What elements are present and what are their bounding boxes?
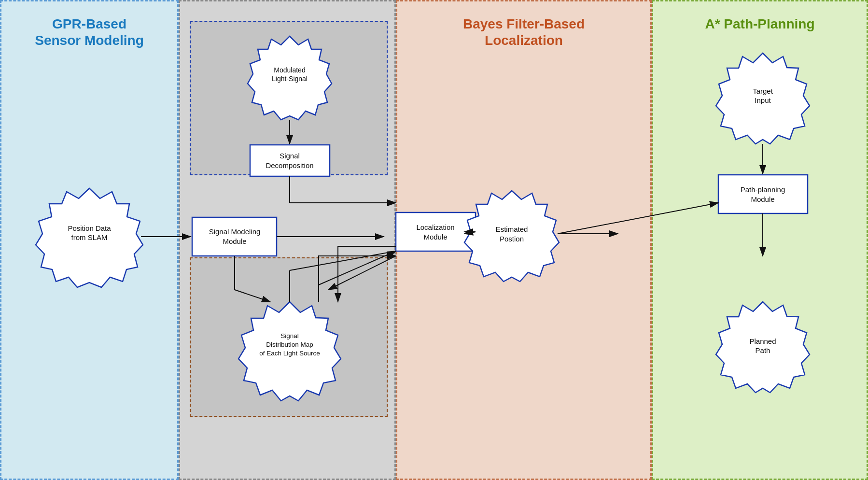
section-astar: A* Path-Planning [652,0,868,480]
astar-title: A* Path-Planning [653,16,867,32]
sub-panel-top [190,21,388,175]
section-signal [179,0,396,480]
bayes-title: Bayes Filter-BasedLocalization [397,16,650,48]
section-gpr: GPR-BasedSensor Modeling [0,0,179,480]
sub-panel-bottom [190,257,388,417]
section-bayes: Bayes Filter-BasedLocalization [396,0,652,480]
diagram-container: GPR-BasedSensor Modeling Bayes Filter-Ba… [0,0,868,480]
gpr-title: GPR-BasedSensor Modeling [1,16,177,48]
